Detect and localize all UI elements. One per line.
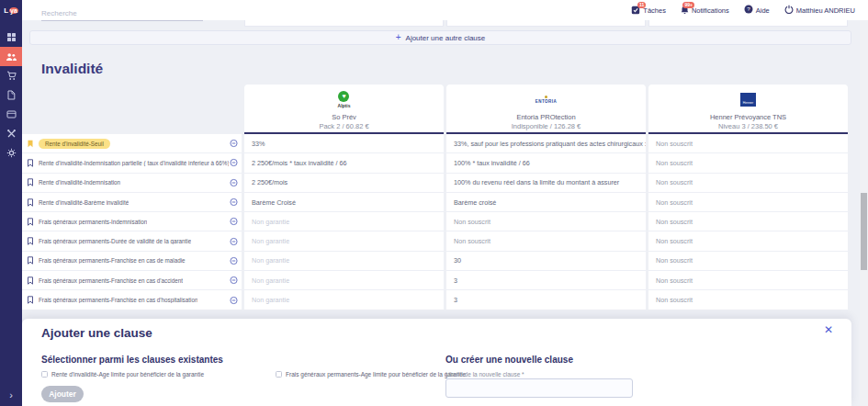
clause-label: Frais généraux permanents-Indemnisation: [39, 219, 147, 225]
tools-icon: [6, 129, 17, 139]
add-clause-modal: Ajouter une clause ✕ Sélectionner parmi …: [22, 319, 851, 406]
clause-value: Barème Croisé: [244, 193, 444, 212]
bookmark-icon[interactable]: [27, 276, 34, 285]
henner-logo: Henner: [740, 89, 756, 109]
product-header-alptis: ♥ Alptis So Prév Pack 2 / 60.82 €: [244, 85, 444, 134]
notifications-button[interactable]: 99+ Notifications: [681, 6, 729, 15]
clause-label-cell[interactable]: Frais généraux permanents-Durée de valid…: [22, 231, 242, 251]
checkbox-label: Rente d'invalidité-Age limite pour bénéf…: [51, 371, 204, 378]
bookmark-icon[interactable]: [27, 178, 34, 186]
close-icon[interactable]: ✕: [824, 324, 833, 335]
clause-value: Non souscrit: [446, 212, 646, 231]
remove-clause-icon[interactable]: [230, 218, 238, 226]
clause-value: 3: [446, 290, 646, 310]
clause-label: Rente d'invalidité-Barème invalidité: [39, 199, 129, 206]
sidebar-item-dashboard[interactable]: [0, 28, 22, 47]
svg-text:?: ?: [747, 6, 750, 12]
checkbox[interactable]: [41, 371, 48, 378]
new-clause-input[interactable]: [445, 378, 633, 398]
clause-label: Rente d'invalidité-Indemnisation partiel…: [39, 160, 229, 166]
clause-label-cell[interactable]: Frais généraux permanents-Franchise en c…: [22, 290, 242, 310]
table-row: Rente d'invalidité-Indemnisation 2 250€/…: [22, 174, 848, 193]
users-icon: [6, 52, 17, 62]
clause-value: Barème croisé: [446, 193, 646, 212]
entoria-logo: ENTORIA: [535, 89, 558, 109]
bookmark-icon[interactable]: [27, 218, 34, 226]
product-name: Entoria PROtection: [516, 113, 575, 121]
clause-value: 2 250€/mois: [244, 174, 444, 193]
clause-value: 33%: [244, 134, 444, 153]
scrollbar-track[interactable]: [860, 20, 868, 406]
bookmark-icon[interactable]: [27, 296, 34, 304]
checkbox[interactable]: [276, 371, 282, 378]
bookmark-icon[interactable]: [27, 159, 34, 167]
card-icon: [6, 110, 17, 118]
table-fragment: [648, 20, 848, 27]
user-name: Matthieu ANDRIEU: [796, 6, 855, 15]
search-input[interactable]: [41, 7, 203, 21]
clause-value: Non souscrit: [648, 193, 848, 212]
add-button[interactable]: Ajouter: [41, 386, 84, 402]
sidebar-item-settings[interactable]: [0, 143, 22, 163]
sidebar-item-cart[interactable]: [0, 66, 22, 85]
lya-logo[interactable]: Lya: [0, 0, 22, 20]
clause-label-cell[interactable]: Frais généraux permanents-Franchise en c…: [22, 271, 242, 290]
existing-clause-option-2[interactable]: Frais généraux permanents-Age limite pou…: [276, 371, 466, 378]
new-clause-field-label: Libellé de la nouvelle clause *: [445, 371, 524, 378]
table-fragment: [244, 20, 444, 27]
topbar: 11 Tâches 99+ Notifications ? Aide Matth…: [22, 0, 868, 20]
sidebar-item-tools[interactable]: [0, 124, 22, 143]
bookmark-icon[interactable]: [27, 256, 34, 265]
table-row: Frais généraux permanents-Franchise en c…: [22, 271, 848, 290]
clause-label-cell[interactable]: Frais généraux permanents-Indemnisation: [22, 212, 242, 231]
comparison-table: ♥ Alptis So Prév Pack 2 / 60.82 € ENTORI…: [22, 85, 848, 134]
table-row: Rente d'invalidité-Seuil 33% 33%, sauf p…: [22, 134, 848, 153]
sidebar-item-documents[interactable]: [0, 85, 22, 105]
clause-label: Frais généraux permanents-Franchise en c…: [39, 297, 197, 303]
clause-label-cell[interactable]: Rente d'invalidité-Seuil: [22, 134, 242, 153]
bookmark-icon-filled[interactable]: [27, 140, 34, 148]
table-fragment: [446, 20, 646, 27]
remove-clause-icon[interactable]: [230, 198, 238, 207]
clause-value: 3: [446, 271, 646, 290]
help-button[interactable]: ? Aide: [744, 5, 770, 16]
clause-label: Rente d'invalidité-Seuil: [39, 139, 110, 149]
remove-clause-icon[interactable]: [230, 276, 238, 285]
document-icon: [6, 90, 16, 100]
remove-clause-icon[interactable]: [230, 159, 238, 167]
table-rows: Rente d'invalidité-Seuil 33% 33%, sauf p…: [22, 134, 848, 310]
clause-label-cell[interactable]: Rente d'invalidité-Indemnisation: [22, 174, 242, 193]
table-row: Frais généraux permanents-Durée de valid…: [22, 231, 848, 251]
sidebar-item-contacts[interactable]: [0, 47, 22, 66]
clause-value: Non garantie: [244, 212, 444, 231]
add-other-clause-button[interactable]: + Ajouter une autre clause: [29, 30, 851, 45]
remove-clause-icon[interactable]: [230, 140, 238, 148]
clause-label-cell[interactable]: Frais généraux permanents-Franchise en c…: [22, 252, 242, 271]
scrollbar-thumb[interactable]: [861, 193, 867, 270]
remove-clause-icon[interactable]: [230, 237, 238, 245]
sidebar-expand-chevron[interactable]: ›: [0, 389, 22, 400]
tasks-button[interactable]: 11 Tâches: [631, 6, 666, 15]
clause-value: Non garantie: [244, 231, 444, 251]
clause-value: Non souscrit: [648, 174, 848, 193]
table-row: Frais généraux permanents-Indemnisation …: [22, 212, 848, 231]
clause-value: Non souscrit: [648, 212, 848, 231]
clause-label-cell[interactable]: Rente d'invalidité-Indemnisation partiel…: [22, 153, 242, 173]
existing-clause-option-1[interactable]: Rente d'invalidité-Age limite pour bénéf…: [41, 371, 204, 378]
sidebar-item-subscriptions[interactable]: [0, 105, 22, 124]
modal-title: Ajouter une clause: [41, 326, 152, 340]
product-name: So Prév: [332, 113, 356, 121]
alptis-logo: ♥ Alptis: [338, 89, 351, 109]
search-field: [41, 3, 203, 21]
clause-label-cell[interactable]: Rente d'invalidité-Barème invalidité: [22, 193, 242, 212]
remove-clause-icon[interactable]: [230, 296, 238, 304]
remove-clause-icon[interactable]: [230, 256, 238, 265]
bookmark-icon[interactable]: [27, 198, 34, 207]
tasks-icon: 11: [631, 6, 640, 15]
clause-value: Non souscrit: [446, 231, 646, 251]
remove-clause-icon[interactable]: [230, 178, 238, 186]
power-icon: [784, 5, 794, 16]
clause-value: Non souscrit: [648, 153, 848, 173]
bookmark-icon[interactable]: [27, 237, 34, 245]
user-menu[interactable]: Matthieu ANDRIEU: [784, 5, 855, 16]
